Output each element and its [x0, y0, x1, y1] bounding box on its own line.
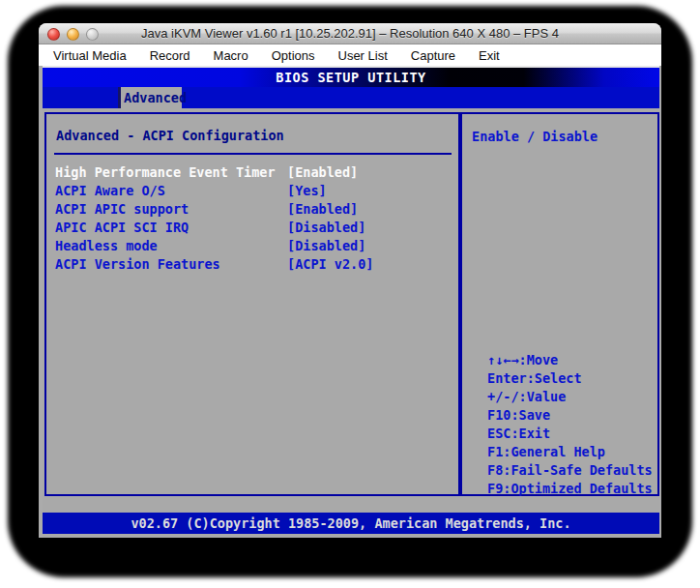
hotkey-exit: ESC:Exit: [487, 425, 653, 443]
menu-item-user-list[interactable]: User List: [338, 48, 388, 63]
menu-item-exit[interactable]: Exit: [479, 48, 500, 63]
setting-row-acpi-version-features: ACPI Version Features [ACPI v2.0]: [55, 256, 456, 273]
minimize-button[interactable]: [67, 28, 79, 41]
bios-header-title: BIOS SETUP UTILITY: [43, 68, 659, 87]
tab-advanced: Advanced: [118, 87, 182, 108]
menu-item-record[interactable]: Record: [150, 48, 190, 63]
menu-bar: Virtual Media Record Macro Options User …: [39, 44, 661, 66]
remote-bios-screen[interactable]: BIOS SETUP UTILITY Advanced Advanced - A…: [43, 66, 659, 538]
page-title: Advanced - ACPI Configuration: [56, 128, 284, 143]
setting-value: [Yes]: [287, 183, 327, 198]
menu-item-capture[interactable]: Capture: [411, 48, 455, 63]
setting-value: [Disabled]: [287, 220, 365, 235]
setting-value: [ACPI v2.0]: [287, 256, 373, 272]
setting-label: High Performance Event Timer: [55, 164, 276, 180]
setting-label: Headless mode: [55, 238, 158, 253]
setting-value: [Enabled]: [287, 164, 358, 180]
setting-label: APIC ACPI SCI IRQ: [55, 220, 189, 235]
settings-panel: Advanced - ACPI Configuration High Perfo…: [44, 112, 460, 496]
setting-row-acpi-aware-os: ACPI Aware O/S [Yes]: [55, 183, 456, 199]
window-titlebar[interactable]: Java iKVM Viewer v1.60 r1 [10.25.202.91]…: [39, 23, 661, 44]
setting-row-hpet: High Performance Event Timer [Enabled]: [55, 164, 456, 181]
hotkey-move: ↑↓←→:Move: [487, 351, 653, 369]
hotkey-failsafe-defaults: F8:Fail-Safe Defaults: [487, 461, 653, 480]
setting-value: [Disabled]: [287, 238, 365, 253]
help-panel: Enable / Disable ↑↓←→:Move Enter:Select …: [460, 112, 659, 496]
hotkey-value: +/-/:Value: [487, 388, 653, 406]
menu-item-macro[interactable]: Macro: [214, 48, 248, 63]
window-title: Java iKVM Viewer v1.60 r1 [10.25.202.91]…: [39, 23, 661, 44]
menu-item-virtual-media[interactable]: Virtual Media: [53, 48, 127, 63]
menu-item-options[interactable]: Options: [272, 48, 315, 63]
setting-label: ACPI Aware O/S: [55, 183, 165, 198]
bios-tab-bar: Advanced: [43, 87, 659, 108]
title-separator: [54, 153, 452, 155]
hotkey-save: F10:Save: [487, 406, 653, 425]
hotkey-select: Enter:Select: [487, 369, 653, 388]
bios-footer-copyright: v02.67 (C)Copyright 1985-2009, American …: [43, 513, 659, 534]
setting-row-headless-mode: Headless mode [Disabled]: [55, 238, 456, 254]
close-button[interactable]: [47, 28, 60, 41]
item-help-text: Enable / Disable: [472, 129, 598, 144]
hotkey-general-help: F1:General Help: [487, 443, 653, 461]
zoom-button[interactable]: [86, 28, 99, 41]
hotkey-optimized-defaults: F9:Optimized Defaults: [487, 480, 653, 498]
setting-row-apic-acpi-sci-irq: APIC ACPI SCI IRQ [Disabled]: [55, 220, 456, 236]
setting-label: ACPI APIC support: [55, 201, 189, 217]
setting-row-acpi-apic-support: ACPI APIC support [Enabled]: [55, 201, 456, 218]
hotkey-legend: ↑↓←→:Move Enter:Select +/-/:Value F10:Sa…: [487, 351, 653, 498]
setting-label: ACPI Version Features: [55, 256, 220, 272]
ikvm-viewer-window: Java iKVM Viewer v1.60 r1 [10.25.202.91]…: [39, 23, 661, 538]
setting-value: [Enabled]: [287, 201, 358, 217]
